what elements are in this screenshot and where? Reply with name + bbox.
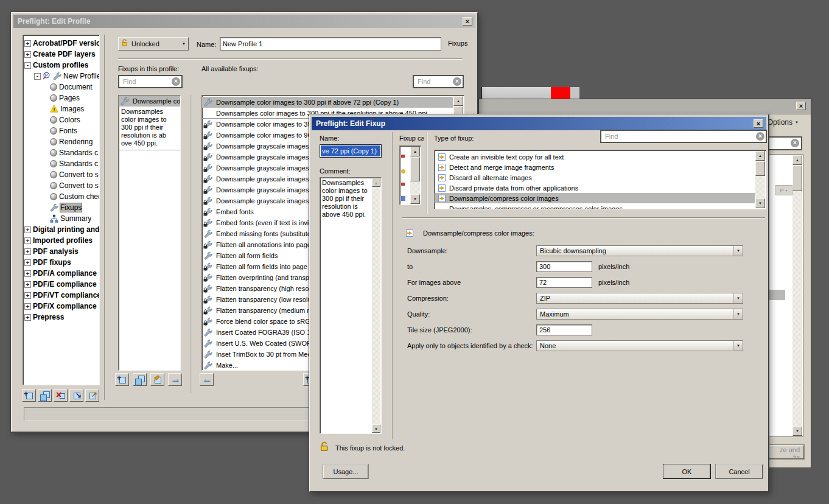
tree-item-digital-printing[interactable]: + P ! Digital printing and bbox=[23, 224, 99, 235]
scroll-up-icon[interactable]: ▲ bbox=[755, 151, 765, 161]
tree-item-pdf-fixups[interactable]: + P ! PDF fixups bbox=[23, 257, 99, 268]
tree-item-images[interactable]: P ! Images bbox=[23, 103, 99, 114]
tree-item-standards-2[interactable]: P ! Standards c bbox=[23, 158, 99, 169]
background-find-input[interactable]: × bbox=[768, 136, 802, 150]
tree-item-convert-1[interactable]: P ! Convert to s bbox=[23, 169, 99, 180]
fixup-row[interactable]: Downsample color images to 300 ppi if ab… bbox=[202, 97, 453, 108]
tree-toggle[interactable]: + bbox=[24, 292, 31, 299]
duplicate-fixup-button[interactable] bbox=[133, 373, 147, 386]
tree-item-custom-checks[interactable]: P ! Custom chec bbox=[23, 191, 99, 202]
tree-item-custom-profiles[interactable]: - P ! Custom profiles bbox=[23, 60, 99, 71]
scroll-down-icon[interactable]: ▼ bbox=[792, 426, 802, 436]
scroll-up-icon[interactable]: ▲ bbox=[372, 178, 380, 187]
tree-item-rendering[interactable]: P ! Rendering bbox=[23, 136, 99, 147]
cancel-button[interactable]: Cancel bbox=[716, 464, 763, 478]
fixup-type-row[interactable]: Discard private data from other applicat… bbox=[435, 183, 755, 193]
tree-item-summary[interactable]: P ! Summary bbox=[23, 213, 99, 224]
tree-toggle[interactable]: + bbox=[24, 270, 31, 277]
comment-scrollbar[interactable]: ▲ ▼ bbox=[372, 178, 380, 433]
lock-state-dropdown[interactable]: Unlocked ▼ bbox=[118, 37, 189, 51]
tree-toggle[interactable]: + bbox=[24, 303, 31, 310]
analyze-and-fix-button[interactable]: ze and fix bbox=[768, 445, 804, 459]
clear-search-icon[interactable]: × bbox=[756, 132, 764, 141]
import-profile-button[interactable]: ↘ bbox=[69, 389, 83, 402]
fixup-category-list[interactable]: ▲ ▼ bbox=[399, 145, 421, 205]
tree-item-convert-2[interactable]: P ! Convert to s bbox=[23, 180, 99, 191]
clear-search-icon[interactable]: × bbox=[172, 77, 180, 86]
fixup-type-row[interactable]: Detect and merge image fragments bbox=[435, 162, 755, 172]
selected-profile-fixup[interactable]: Downsample col bbox=[119, 96, 180, 107]
scrollbar-thumb[interactable] bbox=[792, 166, 802, 191]
tree-item-pdfx-compliance[interactable]: + P ! PDF/X compliance bbox=[23, 301, 99, 312]
tree-item-pages[interactable]: P ! Pages bbox=[23, 93, 99, 103]
scrollbar-thumb[interactable] bbox=[410, 157, 420, 181]
fixup-type-row[interactable]: Downsamples, compresses or recompresses … bbox=[435, 203, 755, 209]
tree-item-document[interactable]: P ! Document bbox=[23, 82, 99, 93]
fixup-type-row[interactable]: Create an invisible text copy for all te… bbox=[435, 152, 755, 162]
type-search[interactable]: × bbox=[600, 130, 767, 143]
value-input[interactable] bbox=[536, 277, 592, 288]
background-scrollbar[interactable]: ▲ ▼ bbox=[792, 155, 802, 436]
fixup-type-row[interactable]: Downsample/compress color images bbox=[435, 193, 755, 203]
edit-fixup-titlebar[interactable]: Preflight: Edit Fixup bbox=[312, 117, 766, 130]
tree-toggle[interactable]: + bbox=[24, 51, 31, 58]
value-input[interactable] bbox=[536, 324, 592, 335]
move-fixup-left-button[interactable]: ← bbox=[200, 373, 214, 386]
edit-fixup-button[interactable]: ✎ bbox=[150, 373, 164, 386]
scroll-up-icon[interactable]: ▲ bbox=[453, 96, 463, 106]
scroll-up-icon[interactable]: ▲ bbox=[792, 155, 802, 165]
tree-toggle[interactable]: + bbox=[24, 248, 31, 255]
tree-toggle[interactable]: + bbox=[24, 40, 31, 47]
add-fixup-button[interactable]: + bbox=[115, 373, 129, 386]
usage-button[interactable]: Usage... bbox=[323, 464, 368, 478]
scroll-down-icon[interactable]: ▼ bbox=[755, 198, 765, 208]
dropdown[interactable]: None ▼ bbox=[536, 340, 743, 351]
tree-item-acrobat-pdf-versions[interactable]: + P ! Acrobat/PDF versio bbox=[23, 38, 99, 49]
tree-toggle[interactable]: - bbox=[24, 62, 31, 69]
profile-fixups-search[interactable]: × bbox=[118, 75, 183, 88]
scroll-down-icon[interactable]: ▼ bbox=[372, 424, 380, 433]
profile-fixups-list[interactable]: Downsample col Downsamples color images … bbox=[118, 95, 181, 371]
edit-profile-titlebar[interactable]: Preflight: Edit Profile bbox=[13, 15, 475, 28]
tree-item-pdfe-compliance[interactable]: + P ! PDF/E compliance bbox=[23, 279, 99, 290]
tree-item-prepress[interactable]: + P ! Prepress bbox=[23, 312, 99, 323]
search-input[interactable] bbox=[604, 132, 756, 141]
options-menu[interactable]: Options ▼ bbox=[768, 118, 799, 127]
tree-item-pdfvt-compliance[interactable]: + P ! PDF/VT compliance bbox=[23, 290, 99, 301]
profile-name-input[interactable] bbox=[220, 37, 441, 51]
tree-item-fixups[interactable]: P ! Fixups bbox=[23, 202, 99, 213]
tree-item-new-profile[interactable]: - P ! New Profile bbox=[23, 71, 99, 82]
tree-item-colors[interactable]: P ! Colors bbox=[23, 114, 99, 125]
tree-item-pdfa-compliance[interactable]: + P ! PDF/A compliance bbox=[23, 268, 99, 279]
tree-toggle[interactable]: + bbox=[24, 281, 31, 288]
category-scrollbar[interactable]: ▲ ▼ bbox=[410, 147, 420, 204]
scrollbar-thumb[interactable] bbox=[755, 161, 765, 176]
dropdown[interactable]: Maximum ▼ bbox=[536, 309, 743, 320]
type-list-scrollbar[interactable]: ▲ ▼ bbox=[755, 151, 765, 208]
tree-toggle[interactable]: + bbox=[24, 226, 31, 233]
value-input[interactable] bbox=[536, 261, 592, 272]
tree-item-standards-1[interactable]: P ! Standards c bbox=[23, 147, 99, 158]
tree-toggle[interactable]: + bbox=[24, 259, 31, 266]
tree-toggle[interactable]: + bbox=[24, 314, 31, 321]
delete-profile-button[interactable]: × bbox=[54, 389, 68, 402]
comment-box[interactable]: Downsamples color images to 300 ppi if t… bbox=[320, 177, 382, 434]
clear-search-icon[interactable]: × bbox=[791, 139, 799, 147]
ok-button[interactable]: OK bbox=[663, 464, 710, 478]
tree-item-pdf-analysis[interactable]: + P ! PDF analysis bbox=[23, 246, 99, 257]
dropdown[interactable]: ZIP ▼ bbox=[536, 293, 743, 304]
tree-item-fonts[interactable]: P ! Fonts bbox=[23, 125, 99, 136]
scroll-down-icon[interactable]: ▼ bbox=[410, 194, 420, 204]
available-fixups-search[interactable]: × bbox=[413, 75, 464, 88]
dropdown[interactable]: Bicubic downsampling ▼ bbox=[536, 245, 743, 256]
search-input[interactable] bbox=[416, 77, 453, 86]
duplicate-profile-button[interactable] bbox=[38, 389, 52, 402]
close-icon[interactable]: × bbox=[796, 102, 806, 110]
move-fixup-right-button[interactable]: → bbox=[168, 373, 182, 386]
search-input[interactable] bbox=[122, 77, 172, 86]
type-of-fixup-list[interactable]: Create an invisible text copy for all te… bbox=[434, 150, 766, 209]
fixup-type-row[interactable]: Discard all alternate images bbox=[435, 172, 755, 183]
fixup-name-input[interactable] bbox=[320, 144, 382, 158]
tree-item-create-pdf-layers[interactable]: + P ! Create PDF layers bbox=[23, 49, 99, 60]
close-icon[interactable]: × bbox=[754, 119, 763, 128]
